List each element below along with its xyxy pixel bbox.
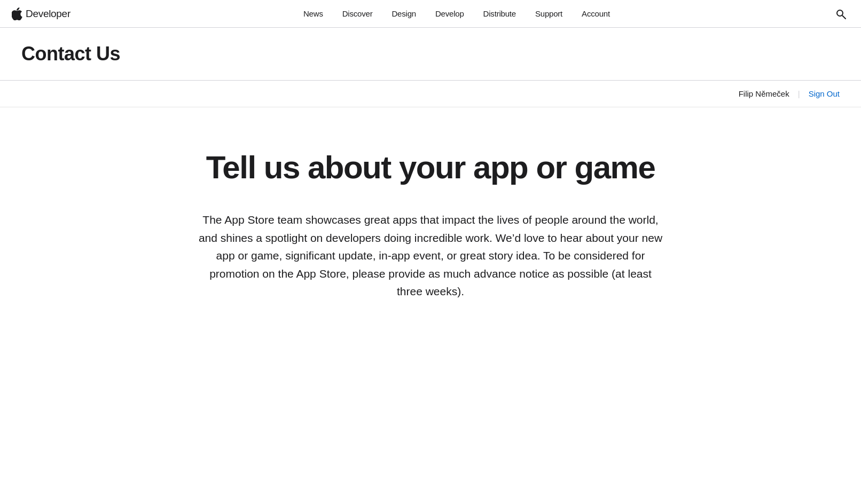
- nav-link-support[interactable]: Support: [526, 0, 572, 28]
- nav-menu: News Discover Design Develop Distribute …: [81, 0, 832, 28]
- nav-link-distribute[interactable]: Distribute: [474, 0, 526, 28]
- main-content: Tell us about your app or game The App S…: [0, 107, 861, 504]
- hero-heading: Tell us about your app or game: [206, 150, 655, 185]
- nav-link-account[interactable]: Account: [572, 0, 620, 28]
- search-icon: [835, 9, 846, 19]
- sign-out-link[interactable]: Sign Out: [809, 89, 840, 98]
- nav-item-news[interactable]: News: [294, 0, 333, 28]
- nav-item-discover[interactable]: Discover: [333, 0, 382, 28]
- nav-link-discover[interactable]: Discover: [333, 0, 382, 28]
- separator: |: [798, 89, 800, 98]
- nav-item-design[interactable]: Design: [382, 0, 426, 28]
- nav-item-support[interactable]: Support: [526, 0, 572, 28]
- navbar: Developer News Discover Design Develop D…: [0, 0, 861, 28]
- nav-item-develop[interactable]: Develop: [426, 0, 474, 28]
- sub-header: Filip Němeček | Sign Out: [0, 81, 861, 107]
- brand-name: Developer: [26, 8, 71, 20]
- nav-link-design[interactable]: Design: [382, 0, 426, 28]
- nav-link-develop[interactable]: Develop: [426, 0, 474, 28]
- svg-line-1: [843, 15, 846, 19]
- hero-description: The App Store team showcases great apps …: [195, 211, 666, 301]
- search-button[interactable]: [832, 5, 849, 22]
- nav-link-news[interactable]: News: [294, 0, 333, 28]
- user-name: Filip Němeček: [739, 89, 789, 98]
- page-header: Contact Us: [0, 28, 861, 81]
- nav-item-account[interactable]: Account: [572, 0, 620, 28]
- svg-point-0: [837, 10, 843, 16]
- page-title: Contact Us: [21, 43, 840, 65]
- apple-logo-icon: [12, 7, 22, 20]
- nav-item-distribute[interactable]: Distribute: [474, 0, 526, 28]
- brand-logo-link[interactable]: Developer: [12, 7, 71, 20]
